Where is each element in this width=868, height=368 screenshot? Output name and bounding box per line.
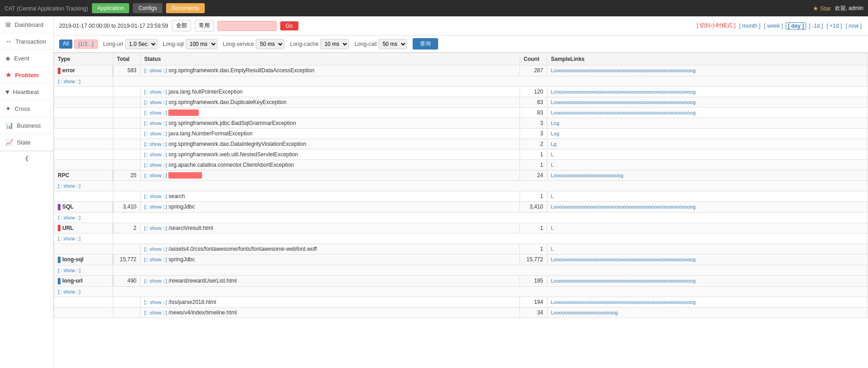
count-cell: 1 <box>520 159 547 170</box>
filter-long-sql: Long-sql 100 ms <box>163 39 217 49</box>
go-button[interactable]: Go <box>280 21 298 30</box>
show-link[interactable]: [:: show ::] <box>144 257 167 262</box>
sidebar-item-event[interactable]: ◈ Event <box>0 50 53 67</box>
filter-longurl-select[interactable]: 1.0 Sec <box>125 39 157 49</box>
show-link[interactable]: [:: show ::] <box>144 173 167 178</box>
sidebar-item-problem[interactable]: ★ Problem <box>0 67 53 84</box>
sidebar-label-cross: Cross <box>15 105 30 112</box>
query-button[interactable]: 查询 <box>413 38 438 50</box>
show-link[interactable]: [:: show ::] <box>144 131 167 136</box>
sidebar-collapse-button[interactable]: ❮ <box>0 151 53 165</box>
show-link-full[interactable]: [:: show ::] <box>58 215 81 220</box>
show-link[interactable]: [:: show ::] <box>144 246 167 252</box>
sample-links-cell[interactable]: Loooooooooooooooooooooog <box>547 308 868 318</box>
sidebar-item-dashboard[interactable]: ⊞ Dashboard <box>0 16 53 33</box>
sample-links-cell[interactable]: Log <box>547 118 868 128</box>
show-link[interactable]: [:: show ::] <box>144 278 167 283</box>
filter-longcall-select[interactable]: 50 ms <box>378 39 407 49</box>
sample-links-cell[interactable]: L <box>547 244 868 254</box>
status-cell: [:: show ::] <box>141 170 520 180</box>
show-link-full[interactable]: [:: show ::] <box>58 289 81 294</box>
total-cell: 15,772 <box>113 254 141 265</box>
show-link[interactable]: [:: show ::] <box>144 89 167 94</box>
time-link-now[interactable]: [ now ] <box>845 23 863 29</box>
show-link[interactable]: [:: show ::] <box>144 120 167 126</box>
filter-long-call: Long-call 50 ms <box>354 39 407 49</box>
sample-links-cell[interactable]: L <box>547 159 868 170</box>
sample-links-cell[interactable]: Looooooooooooooooooooooooooooooooooooooo… <box>547 65 868 76</box>
show-link-cell: [:: show ::] <box>54 265 113 276</box>
sample-links-cell[interactable]: Looooooooooooooooooooooooooooooooooooooo… <box>547 107 868 118</box>
show-link[interactable]: [:: show ::] <box>144 299 167 305</box>
filter-long-cache: Long-cache 10 ms <box>290 39 349 49</box>
welcome-text: 欢迎, admin <box>835 5 863 12</box>
count-cell: 1 <box>520 191 547 201</box>
sample-links-cell[interactable]: Looooooooooooooooooooooooooooooooooooooo… <box>547 86 868 97</box>
sidebar-item-state[interactable]: 📈 State <box>0 134 53 151</box>
tag-item-0[interactable]: [1/2...] <box>74 40 97 49</box>
sidebar-item-heartbeat[interactable]: ♥ Heartbeat <box>0 84 53 100</box>
sample-links-cell[interactable]: Looooooooooooooooooooooooooooooooooooooo… <box>547 276 868 287</box>
sample-links-cell[interactable]: Loooooooooooooooooooooooog <box>547 170 868 180</box>
show-link[interactable]: [:: show ::] <box>144 204 167 209</box>
show-link-full[interactable]: [:: show ::] <box>58 79 81 84</box>
show-link-full[interactable]: [:: show ::] <box>58 236 81 241</box>
sample-links-cell[interactable]: Looooooooooooooooooooooooooooooooooooooo… <box>547 201 868 212</box>
common-button[interactable]: 常用 <box>195 20 214 31</box>
filter-longsql-select[interactable]: 100 ms <box>186 39 217 49</box>
sample-links-cell[interactable]: Looooooooooooooooooooooooooooooooooooooo… <box>547 254 868 265</box>
col-type: Type <box>54 53 113 65</box>
status-cell: [:: show ::] /reward/rewardUserList.html <box>141 276 520 287</box>
sidebar-item-transaction[interactable]: ↔ Transaction <box>0 33 53 50</box>
sidebar-item-business[interactable]: 📊 Business <box>0 117 53 134</box>
toolbar-left: 2019-01-17 00:00:00 to 2019-01-17 23:59:… <box>59 20 298 31</box>
filter-longcache-select[interactable]: 10 ms <box>320 39 349 49</box>
time-link-week[interactable]: [ week ] <box>763 23 784 29</box>
show-link[interactable]: [:: show ::] <box>144 152 167 157</box>
switch-mode-link[interactable]: [ 切到小时模式 ] <box>696 22 737 30</box>
all-button[interactable]: 全部 <box>172 20 191 31</box>
filter-longservice-select[interactable]: 50 ms <box>256 39 284 49</box>
status-cell: [:: show ::] java.lang.NumberFormatExcep… <box>141 128 520 139</box>
sample-links-cell[interactable]: Log <box>547 128 868 139</box>
show-link[interactable]: [:: show ::] <box>144 225 167 231</box>
search-input[interactable] <box>217 21 277 31</box>
time-link-plus1d[interactable]: [ +1d ] <box>826 23 843 29</box>
sample-links-cell[interactable]: Looooooooooooooooooooooooooooooooooooooo… <box>547 297 868 308</box>
total-cell: 2 <box>113 223 141 234</box>
tag-all[interactable]: All <box>59 40 72 49</box>
time-link-minus1d[interactable]: [ -1d ] <box>808 23 824 29</box>
sample-links-cell[interactable]: L <box>547 191 868 201</box>
filter-longsql-label: Long-sql <box>163 41 184 47</box>
star-button[interactable]: ★ Star <box>813 5 831 12</box>
time-link-day[interactable]: [ day ] <box>786 22 806 30</box>
show-link[interactable]: [:: show ::] <box>144 110 167 115</box>
sample-links-cell[interactable]: L <box>547 149 868 159</box>
documents-button[interactable]: Documents <box>166 3 205 13</box>
type-cell: SQL <box>54 201 113 212</box>
total-cell: 3,410 <box>113 201 141 212</box>
col-total: Total <box>113 53 141 65</box>
count-cell: 3,410 <box>520 201 547 212</box>
cross-icon: ✦ <box>5 105 11 112</box>
show-link-full[interactable]: [:: show ::] <box>58 268 81 273</box>
show-link[interactable]: [:: show ::] <box>144 162 167 168</box>
time-link-month[interactable]: [ month ] <box>738 23 762 29</box>
show-link[interactable]: [:: show ::] <box>144 194 167 199</box>
configs-button[interactable]: Configs <box>133 3 162 13</box>
sample-links-cell[interactable]: Looooooooooooooooooooooooooooooooooooooo… <box>547 97 868 107</box>
type-cell: long-sql <box>54 254 113 265</box>
show-link-full[interactable]: [:: show ::] <box>58 183 81 189</box>
status-cell: [:: show ::] org.springframework.dao.Dup… <box>141 97 520 107</box>
sample-links-cell[interactable]: Lg <box>547 139 868 149</box>
application-button[interactable]: Application <box>92 3 130 13</box>
status-cell: [:: show ::] /news/v4/index/timeline.htm… <box>141 308 520 318</box>
sample-links-cell[interactable]: L <box>547 223 868 234</box>
count-cell: 83 <box>520 107 547 118</box>
show-link[interactable]: [:: show ::] <box>144 310 167 315</box>
sidebar-item-cross[interactable]: ✦ Cross <box>0 100 53 117</box>
status-cell: [:: show ::] <box>141 107 520 118</box>
show-link[interactable]: [:: show ::] <box>144 99 167 105</box>
show-link[interactable]: [:: show ::] <box>144 141 167 147</box>
show-link[interactable]: [:: show ::] <box>144 68 167 73</box>
